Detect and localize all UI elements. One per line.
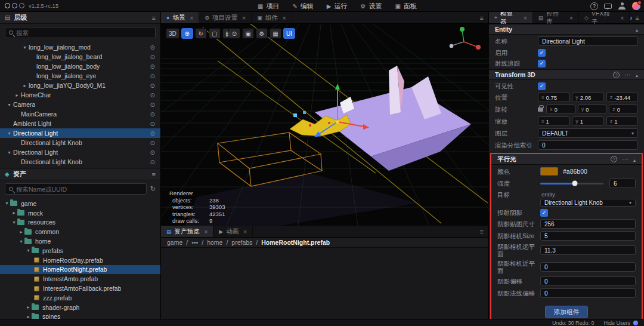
view-mode-button[interactable]: 3D [166, 28, 179, 39]
expander-icon[interactable]: ▾ [4, 201, 10, 206]
hierarchy-item[interactable]: ▾Camera [0, 100, 160, 109]
menu-project[interactable]: ▦项目 [258, 2, 279, 11]
eye-icon[interactable] [150, 159, 155, 165]
cast-shadow-checkbox[interactable] [540, 209, 548, 217]
rotation-z-field[interactable]: z [609, 104, 638, 114]
asset-folder[interactable]: ▸shader-graph [0, 303, 160, 312]
scale-x-field[interactable]: x [538, 116, 569, 126]
eye-icon[interactable] [150, 140, 155, 146]
raycast-checkbox[interactable] [538, 60, 546, 67]
position-y-field[interactable]: y [572, 93, 603, 102]
position-x-field[interactable]: x [538, 93, 569, 102]
hierarchy-menu-icon[interactable] [152, 14, 156, 21]
add-component-button[interactable]: 添加组件 [545, 306, 588, 318]
hide-users-toggle[interactable]: Hide Users [603, 320, 638, 326]
entity-name-input[interactable] [538, 36, 638, 46]
shadow-far-plane-input[interactable] [540, 245, 636, 255]
assets-search-input[interactable] [16, 186, 143, 193]
eye-icon[interactable] [150, 82, 155, 89]
enabled-checkbox[interactable] [538, 49, 546, 57]
asset-prefab[interactable]: InterestAmto.prefab [0, 274, 160, 284]
scale-tool-button[interactable]: ▢ [209, 28, 221, 39]
breadcrumb-item[interactable]: home [207, 239, 222, 246]
collapse-icon[interactable] [636, 71, 638, 78]
menu-edit[interactable]: ✎编辑 [292, 2, 313, 11]
expander-icon[interactable]: ▾ [6, 102, 13, 107]
asset-prefab[interactable]: InterestAmtoFallback.prefab [0, 284, 160, 293]
expander-icon[interactable]: ▾ [11, 220, 17, 225]
inspector-menu-icon[interactable] [636, 14, 639, 21]
eye-icon[interactable] [150, 149, 155, 156]
breadcrumb-item[interactable]: game [167, 239, 182, 246]
expander-icon[interactable]: ▸ [18, 229, 24, 235]
menu-panel[interactable]: ▣面板 [395, 2, 417, 11]
shadow-camera-size-input[interactable] [540, 231, 636, 241]
close-icon[interactable] [569, 14, 573, 21]
scene-viewport[interactable]: 3D ⊕ ↻ ▢ ▦ ⊙ ▣ ⚙ ▦ UI Renderer objects:2… [161, 24, 489, 226]
hierarchy-search-input[interactable] [16, 29, 151, 36]
eye-icon[interactable] [150, 54, 155, 60]
visibility-button[interactable]: ⊙ [228, 28, 240, 39]
hierarchy-item[interactable]: ▸long_low_jiaYQ_Body0_M1 [0, 81, 160, 90]
eye-icon[interactable] [150, 44, 155, 51]
color-swatch[interactable] [540, 167, 558, 176]
tab-inspector[interactable]: ⌖检查器 [489, 12, 533, 23]
scale-z-field[interactable]: z [606, 116, 638, 126]
expander-icon[interactable]: ▸ [14, 93, 20, 98]
position-z-field[interactable]: z [606, 93, 638, 102]
expander-icon[interactable]: ▾ [6, 150, 13, 155]
collapse-icon[interactable] [633, 156, 636, 163]
expander-icon[interactable]: ▾ [6, 131, 13, 136]
tab-asset-preview[interactable]: ▤资产预览 [161, 226, 213, 237]
hierarchy-item[interactable]: MainCamera [0, 109, 160, 119]
expander-icon[interactable]: ▾ [25, 248, 32, 253]
hierarchy-item[interactable]: Directional Light Knob [0, 138, 160, 147]
asset-folder[interactable]: ▾home [0, 236, 160, 246]
close-icon[interactable] [524, 14, 527, 21]
eye-icon[interactable] [150, 121, 155, 127]
lock-icon[interactable] [538, 107, 543, 112]
close-icon[interactable] [242, 14, 246, 21]
asset-prefab[interactable]: zzz.prefab [0, 293, 160, 303]
tab-scene[interactable]: ●场景 [161, 12, 199, 23]
hierarchy-item-selected[interactable]: ▾Directional Light [0, 128, 160, 138]
breadcrumb-item[interactable]: ••• [191, 239, 198, 246]
tab-widget-library[interactable]: ▤控件库 [533, 12, 579, 23]
user-avatar[interactable] [632, 2, 640, 10]
hierarchy-item[interactable]: Directional Light Knob [0, 157, 160, 167]
intensity-input[interactable] [609, 179, 636, 188]
scene-menu-icon[interactable] [480, 14, 484, 21]
rotation-x-field[interactable]: x [546, 104, 575, 114]
eye-icon[interactable] [150, 111, 155, 118]
chat-icon[interactable] [604, 4, 612, 9]
assets-menu-icon[interactable] [152, 171, 156, 178]
shadow-normal-bias-input[interactable] [540, 288, 636, 298]
tab-vfx-particles[interactable]: ◇VFX粒子 [579, 12, 630, 23]
hierarchy-item[interactable]: ▾long_low_jialong_mod [0, 42, 160, 52]
shadow-map-size-input[interactable] [540, 219, 636, 229]
asset-prefab-selected[interactable]: HomeRootNight.prefab [0, 265, 160, 275]
menu-run[interactable]: ▶运行 [327, 2, 348, 11]
shadow-near-plane-input[interactable] [540, 262, 636, 272]
ui-toggle-button[interactable]: UI [283, 28, 295, 39]
asset-folder[interactable]: ▾prefabs [0, 246, 160, 256]
close-icon[interactable] [205, 228, 208, 235]
asset-folder[interactable]: ▸common [0, 227, 160, 236]
hierarchy-item[interactable]: ▸HomeChar [0, 90, 160, 100]
intensity-slider[interactable] [540, 183, 603, 184]
expander-icon[interactable]: ▸ [25, 305, 32, 310]
move-tool-button[interactable]: ⊕ [181, 28, 193, 39]
close-icon[interactable] [620, 14, 624, 21]
tab-project-settings[interactable]: ⚙项目设置 [199, 12, 252, 23]
collapse-icon[interactable] [636, 26, 638, 33]
expander-icon[interactable]: ▸ [21, 83, 28, 88]
close-icon[interactable] [243, 228, 247, 235]
hierarchy-search[interactable] [5, 27, 156, 38]
viewport-settings-button[interactable]: ⚙ [256, 28, 268, 39]
help-icon[interactable] [613, 72, 620, 78]
breadcrumb-item[interactable]: prefabs [231, 239, 252, 246]
asset-folder[interactable]: ▸mock [0, 208, 160, 218]
hierarchy-item[interactable]: long_low_jialong_eye [0, 71, 160, 81]
hierarchy-item[interactable]: long_low_jialong_body [0, 61, 160, 71]
expander-icon[interactable]: ▾ [18, 239, 24, 244]
